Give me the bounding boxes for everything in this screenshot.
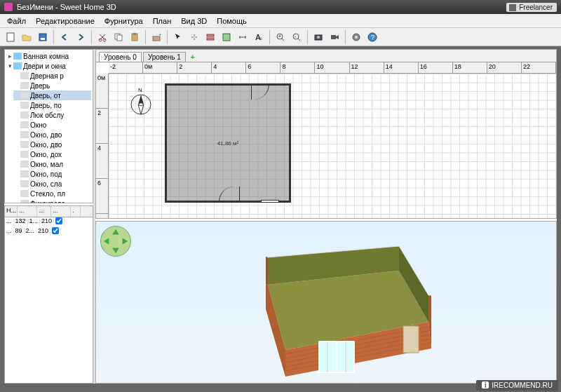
furniture-visible-checkbox[interactable]	[52, 227, 59, 234]
svg-rect-14	[223, 34, 230, 41]
catalog-item[interactable]: Дверь	[13, 81, 91, 90]
select-icon[interactable]	[170, 29, 186, 45]
preferences-icon[interactable]	[349, 29, 364, 45]
svg-rect-12	[207, 34, 214, 36]
left-column: ▸ Ванная комна ▾ Двери и окна Дверная рД…	[4, 49, 95, 384]
copy-icon[interactable]	[111, 29, 126, 45]
text-icon[interactable]: A±	[251, 29, 266, 45]
svg-rect-0	[7, 33, 14, 41]
app-icon	[4, 3, 13, 11]
zoom-in-icon[interactable]: +	[273, 29, 288, 45]
help-icon[interactable]: ?	[365, 29, 380, 45]
tab-level-1[interactable]: Уровень 1	[143, 52, 186, 62]
new-icon[interactable]	[3, 29, 18, 45]
house-3d-model[interactable]	[236, 246, 454, 381]
svg-rect-13	[207, 38, 214, 40]
folder-icon	[13, 53, 22, 60]
svg-text:-: -	[295, 34, 297, 39]
dimension-icon[interactable]	[235, 29, 250, 45]
folder-icon	[13, 62, 22, 69]
catalog-item[interactable]: Дверь, по	[13, 100, 91, 110]
furniture-row[interactable]: ... 132 1... 210	[5, 217, 93, 227]
svg-rect-2	[41, 38, 45, 40]
titlebar: БезИмени - Sweet Home 3D Freelancer	[0, 0, 561, 14]
item-icon	[20, 131, 29, 138]
catalog-item[interactable]: Окно	[13, 120, 91, 130]
catalog-item[interactable]: Окно, под	[13, 169, 91, 179]
item-icon	[20, 161, 29, 168]
item-icon	[20, 92, 29, 99]
door-symbol[interactable]	[219, 187, 240, 202]
plan-grid[interactable]: N 41,86 м²	[109, 74, 556, 218]
catalog-item[interactable]: Дверная р	[13, 71, 91, 81]
menu-plan[interactable]: План	[149, 15, 176, 27]
svg-point-11	[193, 36, 196, 39]
collapse-icon[interactable]: ▾	[6, 62, 13, 69]
plan-tabs: Уровень 0 Уровень 1 +	[96, 50, 556, 62]
window-symbol[interactable]	[261, 200, 279, 203]
plan-panel: Уровень 0 Уровень 1 + -20м24681012141618…	[95, 49, 557, 219]
add-level-button[interactable]: +	[187, 52, 198, 62]
svg-rect-23	[331, 35, 336, 39]
room-icon[interactable]	[219, 29, 234, 45]
furniture-list[interactable]: Н... ... ... ... . ... 132 1... 210 ... …	[4, 205, 93, 384]
menu-furniture[interactable]: Фурнитура	[100, 15, 147, 27]
item-icon	[20, 170, 29, 177]
furniture-catalog[interactable]: ▸ Ванная комна ▾ Двери и окна Дверная рД…	[4, 49, 93, 203]
item-icon	[20, 82, 29, 89]
vertical-ruler: 0м246	[96, 74, 109, 218]
item-icon	[20, 190, 29, 197]
catalog-category-doors-windows[interactable]: ▾ Двери и окна	[6, 61, 91, 71]
create-photo-icon[interactable]	[311, 29, 326, 45]
redo-icon[interactable]	[73, 29, 88, 45]
open-icon[interactable]	[19, 29, 34, 45]
catalog-item[interactable]: Окно, дох	[13, 149, 91, 159]
zoom-out-icon[interactable]: -	[289, 29, 304, 45]
menu-file[interactable]: Файл	[3, 15, 30, 27]
svg-text:+: +	[278, 34, 281, 39]
item-icon	[20, 72, 29, 79]
catalog-item[interactable]: Дверь, от	[13, 90, 91, 100]
catalog-item[interactable]: Окно, дво	[13, 130, 91, 140]
svg-marker-34	[266, 256, 268, 285]
catalog-item[interactable]: Окно, мал	[13, 159, 91, 169]
catalog-category-bathroom[interactable]: ▸ Ванная комна	[6, 51, 91, 61]
expand-icon[interactable]: ▸	[6, 53, 13, 60]
wall-icon[interactable]	[203, 29, 218, 45]
plan-canvas[interactable]: -20м246810121416182022 0м246 N 41,86 м²	[96, 62, 556, 218]
tab-level-0[interactable]: Уровень 0	[99, 52, 142, 62]
add-furniture-icon[interactable]: +	[149, 29, 164, 45]
view-3d-panel[interactable]	[95, 221, 557, 384]
svg-text:±: ±	[259, 36, 262, 41]
right-column: Уровень 0 Уровень 1 + -20м24681012141618…	[95, 49, 557, 384]
pan-icon[interactable]	[187, 29, 202, 45]
catalog-item[interactable]: Стекло, пл	[13, 189, 91, 198]
svg-rect-6	[117, 35, 122, 41]
paste-icon[interactable]	[127, 29, 142, 45]
svg-rect-46	[403, 326, 419, 353]
svg-point-22	[317, 36, 320, 39]
item-icon	[20, 141, 29, 148]
svg-text:+: +	[158, 32, 161, 38]
catalog-item[interactable]: Окно, сла	[13, 179, 91, 189]
save-icon[interactable]	[35, 29, 50, 45]
menu-view3d[interactable]: Вид 3D	[177, 15, 211, 27]
door-symbol[interactable]	[251, 84, 269, 100]
create-video-icon[interactable]	[327, 29, 342, 45]
compass-icon[interactable]: N	[128, 86, 154, 117]
nav-3d-control[interactable]	[100, 226, 131, 257]
room-area-label: 41,86 м²	[167, 140, 289, 147]
furniture-row[interactable]: ... 89 2... 210	[5, 227, 93, 237]
undo-icon[interactable]	[57, 29, 72, 45]
catalog-item[interactable]: Люк обслу	[13, 110, 91, 120]
catalog-item[interactable]: Окно, дво	[13, 140, 91, 149]
cut-icon[interactable]	[95, 29, 110, 45]
menu-help[interactable]: Помощь	[212, 15, 251, 27]
menu-edit[interactable]: Редактирование	[32, 15, 99, 27]
furniture-visible-checkbox[interactable]	[55, 217, 62, 224]
room-shape[interactable]: 41,86 м²	[165, 83, 291, 203]
furniture-list-header: Н... ... ... ... .	[5, 206, 93, 217]
watermark: iIRECOMMEND.RU	[476, 380, 558, 391]
item-icon	[20, 180, 29, 187]
catalog-item[interactable]: Фиксирова	[13, 198, 91, 203]
